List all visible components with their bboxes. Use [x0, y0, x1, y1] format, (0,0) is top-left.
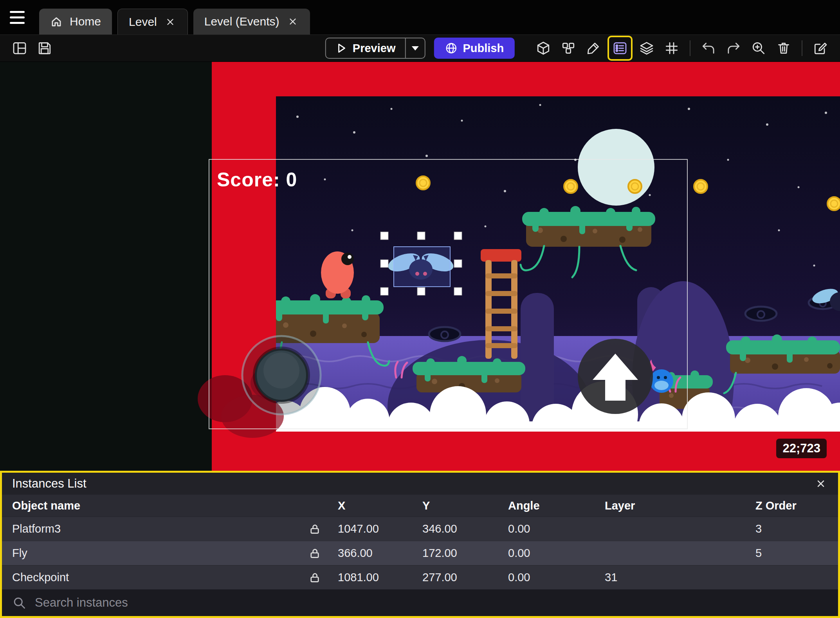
preview-options-dropdown[interactable] — [405, 38, 424, 58]
rename-icon — [813, 40, 828, 56]
lock-open-icon[interactable] — [292, 523, 338, 535]
instance-y: 172.00 — [422, 547, 508, 560]
tab-level-label: Level — [129, 15, 157, 29]
undo-button[interactable] — [698, 37, 719, 59]
close-icon[interactable] — [287, 15, 299, 28]
cursor-coordinates-badge: 22;723 — [776, 439, 827, 458]
player-instance[interactable] — [321, 251, 354, 298]
instance-x: 1047.00 — [338, 522, 422, 535]
selection-handle — [454, 232, 462, 240]
instance-name: Fly — [2, 547, 292, 560]
column-z-order: Z Order — [755, 499, 838, 512]
preview-label: Preview — [353, 42, 396, 55]
tab-home-label: Home — [70, 15, 101, 28]
object-groups-button[interactable] — [557, 37, 579, 59]
instance-row[interactable]: Fly 366.00 172.00 0.00 5 — [2, 541, 838, 565]
column-y: Y — [422, 499, 508, 512]
save-button[interactable] — [34, 37, 56, 59]
column-layer: Layer — [605, 499, 755, 512]
instance-y: 277.00 — [422, 571, 508, 584]
grid-button[interactable] — [661, 37, 683, 59]
toolbar-separator — [802, 40, 802, 56]
instance-x: 1081.00 — [338, 571, 422, 584]
tab-bar: Home Level Level (Events) — [0, 0, 840, 34]
redo-icon — [726, 40, 741, 56]
coin — [564, 180, 577, 193]
play-icon — [335, 42, 347, 54]
tab-level-events-label: Level (Events) — [204, 15, 279, 28]
layers-button[interactable] — [636, 37, 658, 59]
selection-handle — [380, 287, 388, 295]
trash-icon — [776, 40, 791, 56]
save-icon — [37, 40, 52, 56]
game-scene: Score: 0 — [0, 62, 840, 471]
tab-level[interactable]: Level — [117, 9, 188, 34]
undo-icon — [701, 40, 716, 56]
selection-handle — [380, 260, 388, 267]
instance-row[interactable]: Checkpoint 1081.00 277.00 0.00 31 — [2, 565, 838, 589]
coin — [827, 197, 840, 210]
virtual-joystick[interactable] — [242, 336, 321, 414]
panels-icon — [12, 40, 27, 56]
instances-table-header: Object name X Y Angle Layer Z Order — [2, 495, 838, 517]
menu-icon[interactable] — [5, 5, 29, 29]
instance-y: 346.00 — [422, 522, 508, 535]
search-bar[interactable] — [2, 589, 838, 616]
selection-handle — [417, 232, 425, 240]
toolbar: Preview Publish — [0, 34, 840, 62]
close-panel-icon[interactable] — [814, 477, 828, 491]
tab-level-events[interactable]: Level (Events) — [193, 9, 310, 34]
delete-button[interactable] — [773, 37, 795, 59]
instance-angle: 0.00 — [508, 547, 605, 560]
zoom-in-icon — [751, 40, 766, 56]
globe-icon — [445, 42, 457, 54]
column-angle: Angle — [508, 499, 605, 512]
publish-button[interactable]: Publish — [434, 38, 515, 59]
preview-button[interactable]: Preview — [325, 38, 425, 59]
zoom-button[interactable] — [748, 37, 770, 59]
layers-icon — [639, 40, 654, 56]
platform-instance[interactable] — [726, 334, 840, 374]
object-groups-icon — [561, 40, 576, 56]
selection-handle — [380, 232, 388, 240]
jump-button[interactable] — [578, 339, 653, 414]
lock-open-icon[interactable] — [292, 571, 338, 584]
lock-open-icon[interactable] — [292, 547, 338, 560]
cube-icon — [535, 40, 551, 56]
selection-handle — [417, 287, 425, 295]
score-label: Score: 0 — [217, 169, 297, 191]
search-instances-input[interactable] — [35, 596, 828, 610]
project-manager-button[interactable] — [9, 37, 31, 59]
coin — [628, 180, 642, 193]
instance-name: Platform3 — [2, 522, 292, 535]
tab-home[interactable]: Home — [39, 9, 112, 34]
objects-button[interactable] — [532, 37, 554, 59]
edit-button[interactable] — [582, 37, 604, 59]
coin — [416, 176, 430, 190]
close-icon[interactable] — [164, 16, 177, 28]
column-object-name: Object name — [2, 499, 292, 512]
publish-label: Publish — [463, 42, 504, 55]
instances-list-button[interactable] — [607, 36, 633, 61]
game-editor-window: Home Level Level (Events) — [0, 0, 840, 618]
home-icon — [50, 15, 63, 28]
instance-angle: 0.00 — [508, 571, 605, 584]
scene-editor-canvas[interactable]: Score: 0 — [0, 62, 840, 471]
selection-handle — [454, 260, 462, 267]
instance-z-order: 31 — [605, 571, 755, 584]
redo-button[interactable] — [723, 37, 744, 59]
moon[interactable] — [578, 129, 654, 206]
platform-instance[interactable] — [522, 206, 655, 247]
instance-row[interactable]: Platform3 1047.00 346.00 0.00 3 — [2, 517, 838, 541]
rename-button[interactable] — [809, 37, 831, 59]
dropdown-caret-icon — [411, 46, 418, 51]
instances-list-panel: Instances List Object name X Y Angle Lay… — [0, 471, 840, 618]
selection-handle — [454, 287, 462, 295]
instance-z-order: 5 — [755, 547, 838, 560]
enemy-eye-instance[interactable] — [745, 307, 777, 321]
enemy-eye-instance[interactable] — [429, 327, 460, 341]
panel-title: Instances List — [12, 477, 87, 491]
panel-header: Instances List — [2, 473, 838, 495]
instance-z-order: 3 — [755, 522, 838, 535]
search-icon — [12, 596, 26, 610]
